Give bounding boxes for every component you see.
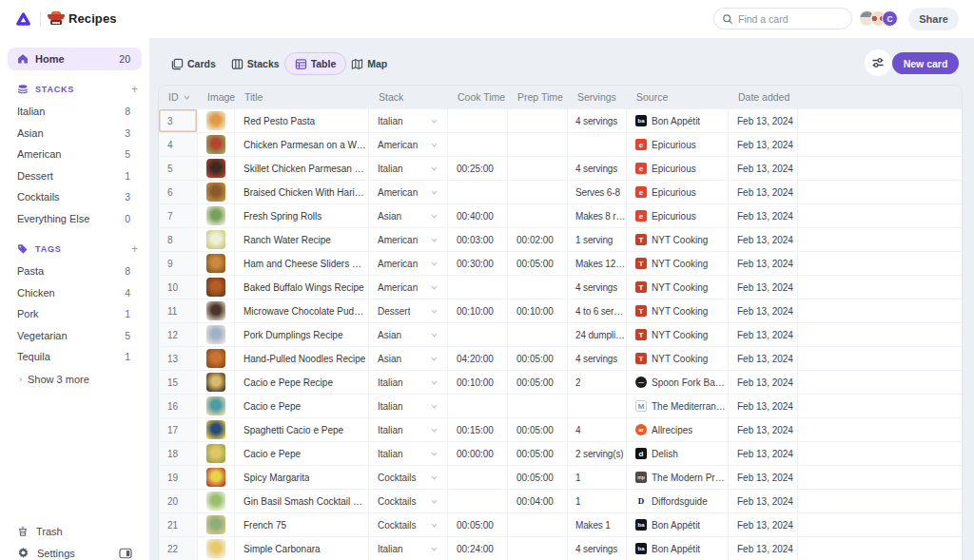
collapse-sidebar-icon[interactable] [119, 548, 132, 559]
filter-button[interactable] [865, 49, 891, 76]
new-card-button[interactable]: New card [892, 52, 959, 74]
cell-source[interactable]: TNYT Cooking [627, 276, 729, 299]
cell-image[interactable] [198, 466, 235, 489]
cell-id[interactable]: 19 [159, 466, 198, 489]
table-row-18[interactable]: 18Cacio e PepeItalian00:00:0000:05:002 s… [159, 441, 962, 465]
column-header-servings[interactable]: Servings [568, 91, 627, 103]
cell-cook-time[interactable]: 00:10:00 [448, 299, 508, 322]
table-row-15[interactable]: 15Cacio e Pepe RecipeItalian00:10:0000:0… [159, 370, 962, 394]
cell-source[interactable]: TNYT Cooking [627, 228, 729, 251]
cell-cook-time[interactable]: 00:03:00 [448, 228, 508, 251]
cell-id[interactable]: 21 [159, 513, 198, 536]
column-header-source[interactable]: Source [627, 91, 729, 103]
cell-prep-time[interactable]: 00:02:00 [508, 228, 568, 251]
tab-cards[interactable]: Cards [171, 52, 216, 75]
table-row-17[interactable]: 17Spaghetti Cacio e PepeItalian00:15:000… [159, 417, 962, 441]
cell-prep-time[interactable]: 00:05:00 [508, 442, 568, 465]
cell-servings[interactable] [568, 133, 627, 156]
cell-prep-time[interactable] [508, 157, 568, 180]
cell-title[interactable]: Fresh Spring Rolls [235, 204, 369, 227]
table-row-8[interactable]: 8Ranch Water RecipeAmerican00:03:0000:02… [159, 227, 962, 251]
cell-servings[interactable]: 1 serving [568, 228, 627, 251]
cell-image[interactable] [198, 418, 235, 441]
cell-image[interactable] [198, 442, 235, 465]
cell-image[interactable] [198, 490, 235, 512]
cell-source[interactable]: TNYT Cooking [627, 347, 729, 370]
cell-id[interactable]: 8 [159, 228, 198, 251]
table-row-22[interactable]: 22Simple CarbonaraItalian00:24:004 servi… [159, 536, 962, 560]
cell-date-added[interactable]: Feb 13, 2024 [729, 347, 798, 370]
cell-date-added[interactable]: Feb 13, 2024 [729, 323, 798, 346]
cell-id[interactable]: 20 [159, 490, 198, 512]
table-row-10[interactable]: 10Baked Buffalo Wings RecipeAmerican4 se… [159, 275, 962, 299]
cell-servings[interactable]: 1 [568, 490, 627, 512]
cell-prep-time[interactable]: 00:10:00 [508, 299, 568, 322]
cell-date-added[interactable]: Feb 13, 2024 [729, 276, 798, 299]
cell-title[interactable]: Pork Dumplings Recipe [235, 323, 369, 346]
table-row-6[interactable]: 6Braised Chicken With HarissaAmericanSer… [159, 180, 962, 203]
add-icon[interactable]: + [131, 242, 138, 256]
cell-servings[interactable] [568, 395, 627, 417]
sidebar-item-chicken[interactable]: Chicken4 [8, 282, 142, 304]
cell-stack[interactable]: Cocktails [369, 466, 448, 489]
cell-servings[interactable]: 4 servings [568, 157, 627, 180]
cell-stack[interactable]: American [369, 181, 448, 203]
cell-id[interactable]: 22 [159, 537, 198, 560]
cell-cook-time[interactable] [448, 133, 508, 156]
cell-date-added[interactable]: Feb 13, 2024 [729, 133, 798, 156]
cell-cook-time[interactable]: 00:30:00 [448, 252, 508, 275]
cell-date-added[interactable]: Feb 13, 2024 [729, 537, 798, 560]
cell-date-added[interactable]: Feb 13, 2024 [729, 252, 798, 275]
cell-stack[interactable]: Cocktails [369, 513, 448, 536]
cell-title[interactable]: Spicy Margarita [235, 466, 369, 489]
cell-prep-time[interactable]: 00:05:00 [508, 466, 568, 489]
cell-prep-time[interactable] [508, 513, 568, 536]
cell-source[interactable]: TNYT Cooking [627, 299, 729, 322]
table-row-20[interactable]: 20Gin Basil Smash Cocktail RecipeCocktai… [159, 489, 962, 512]
avatar-group[interactable]: C [859, 10, 898, 28]
cell-source[interactable]: eEpicurious [627, 157, 729, 180]
cell-servings[interactable]: 4 servings [568, 537, 627, 560]
cell-title[interactable]: Red Pesto Pasta [235, 109, 369, 132]
cell-date-added[interactable]: Feb 13, 2024 [729, 204, 798, 227]
cell-stack[interactable]: American [369, 276, 448, 299]
cell-servings[interactable]: 1 [568, 466, 627, 489]
cell-image[interactable] [198, 299, 235, 322]
cell-image[interactable] [198, 252, 235, 275]
column-header-date-added[interactable]: Date added [729, 91, 798, 103]
cell-servings[interactable]: 24 dumplings [568, 323, 627, 346]
cell-date-added[interactable]: Feb 13, 2024 [729, 490, 798, 512]
cell-cook-time[interactable] [448, 181, 508, 203]
cell-title[interactable]: Ham and Cheese Sliders Recipe [235, 252, 369, 275]
cell-date-added[interactable]: Feb 13, 2024 [729, 181, 798, 203]
cell-source[interactable]: DDiffordsguide [627, 490, 729, 512]
cell-id[interactable]: 11 [159, 299, 198, 322]
cell-id[interactable]: 17 [159, 418, 198, 441]
cell-stack[interactable]: Italian [369, 537, 448, 560]
cell-date-added[interactable]: Feb 13, 2024 [729, 513, 798, 536]
cell-prep-time[interactable] [508, 276, 568, 299]
search-input[interactable]: Find a card [713, 8, 852, 29]
sidebar-item-vegetarian[interactable]: Vegetarian5 [8, 325, 142, 347]
cell-source[interactable]: baBon Appétit [627, 109, 729, 132]
cell-servings[interactable]: Makes 8 rolls [568, 204, 627, 227]
cell-id[interactable]: 15 [159, 371, 198, 394]
cell-prep-time[interactable] [508, 133, 568, 156]
cell-prep-time[interactable] [508, 109, 568, 132]
cell-stack[interactable]: Italian [369, 371, 448, 394]
cell-cook-time[interactable] [448, 109, 508, 132]
cell-source[interactable]: —Spoon Fork Bacon [627, 371, 729, 394]
cell-source[interactable]: baBon Appétit [627, 513, 729, 536]
cell-date-added[interactable]: Feb 13, 2024 [729, 228, 798, 251]
cell-source[interactable]: dDelish [627, 442, 729, 465]
cell-source[interactable]: eEpicurious [627, 204, 729, 227]
cell-title[interactable]: French 75 [235, 513, 369, 536]
cell-servings[interactable]: 4 servings [568, 276, 627, 299]
cell-stack[interactable]: Italian [369, 418, 448, 441]
cell-id[interactable]: 18 [159, 442, 198, 465]
sidebar-item-pork[interactable]: Pork1 [8, 303, 142, 325]
cell-servings[interactable]: 2 [568, 371, 627, 394]
cell-date-added[interactable]: Feb 13, 2024 [729, 395, 798, 417]
column-header-id[interactable]: ID [159, 91, 198, 103]
cell-title[interactable]: Skillet Chicken Parmesan With Tomatoes [235, 157, 369, 180]
